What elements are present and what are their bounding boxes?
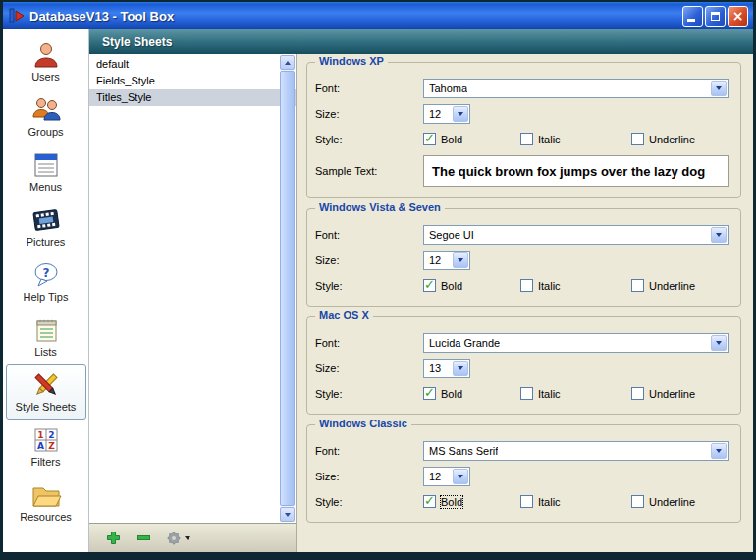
sidebar-item-lists[interactable]: Lists <box>6 309 86 364</box>
scroll-up-button[interactable] <box>280 55 295 70</box>
font-dropdown[interactable]: Segoe UI <box>423 225 729 245</box>
add-button[interactable] <box>102 528 124 549</box>
bold-checkbox[interactable]: Bold <box>423 495 520 508</box>
sidebar-item-groups[interactable]: Groups <box>6 89 86 144</box>
svg-text:2: 2 <box>48 430 54 440</box>
sidebar-item-label: Help Tips <box>24 291 69 303</box>
checkbox-label: Italic <box>538 280 561 292</box>
app-body: Users Groups Menus <box>3 29 753 552</box>
checkbox-box[interactable] <box>520 495 533 508</box>
dropdown-arrow-button[interactable] <box>453 361 468 376</box>
italic-checkbox[interactable]: Italic <box>520 387 631 400</box>
lists-icon <box>31 316 61 344</box>
list-item[interactable]: Titles_Style <box>89 89 296 106</box>
font-dropdown-value: Lucida Grande <box>429 337 500 349</box>
dropdown-arrow-button[interactable] <box>711 443 727 459</box>
chevron-down-icon <box>716 86 722 90</box>
checkbox-box[interactable] <box>631 133 644 145</box>
checkbox-box[interactable] <box>423 495 436 508</box>
size-dropdown-value: 12 <box>429 108 441 120</box>
minimize-icon <box>687 19 695 22</box>
sidebar-item-menus[interactable]: Menus <box>6 144 86 199</box>
scrollbar[interactable] <box>280 55 295 522</box>
app-icon <box>8 7 26 25</box>
checkbox-box[interactable] <box>520 387 533 400</box>
size-row: Size: 13 <box>315 357 730 379</box>
checkbox-box[interactable] <box>631 279 644 292</box>
scroll-thumb[interactable] <box>280 71 295 506</box>
font-dropdown[interactable]: MS Sans Serif <box>423 441 729 461</box>
remove-button[interactable] <box>133 528 154 549</box>
checkbox-box[interactable] <box>423 133 436 145</box>
dropdown-arrow-button[interactable] <box>453 106 468 122</box>
plus-icon <box>106 531 121 545</box>
size-dropdown[interactable]: 12 <box>423 104 470 124</box>
group-title: Windows XP <box>315 55 388 67</box>
minimize-button[interactable] <box>682 6 703 27</box>
group-title: Mac OS X <box>315 309 373 321</box>
checkbox-box[interactable] <box>520 279 533 292</box>
sidebar-item-pictures[interactable]: Pictures <box>6 199 86 254</box>
sidebar-item-label: Filters <box>31 456 61 468</box>
checkbox-box[interactable] <box>631 387 644 400</box>
list-item[interactable]: Fields_Style <box>89 73 296 89</box>
sidebar-item-users[interactable]: Users <box>6 34 86 89</box>
bold-checkbox[interactable]: Bold <box>423 133 520 145</box>
underline-checkbox[interactable]: Underline <box>631 279 695 292</box>
sample-text: The quick brown fox jumps over the lazy … <box>432 164 705 179</box>
size-dropdown[interactable]: 12 <box>423 251 470 270</box>
maximize-button[interactable] <box>705 6 726 27</box>
dropdown-arrow-button[interactable] <box>711 227 727 243</box>
sidebar-item-resources[interactable]: Resources <box>6 475 86 530</box>
dropdown-arrow-button[interactable] <box>453 252 468 268</box>
italic-checkbox[interactable]: Italic <box>520 133 631 145</box>
group-windows-vista-seven: Windows Vista & Seven Font: Segoe UI Siz… <box>306 208 741 307</box>
checkbox-box[interactable] <box>423 387 436 400</box>
font-dropdown[interactable]: Tahoma <box>423 79 729 98</box>
checkbox-box[interactable] <box>520 133 533 145</box>
checkbox-label: Italic <box>538 496 561 508</box>
checkbox-box[interactable] <box>423 279 436 292</box>
style-row: Style: Bold Italic Underli <box>315 382 730 405</box>
sidebar-item-filters[interactable]: 1 2 A Z Filters <box>6 420 86 475</box>
size-dropdown[interactable]: 12 <box>423 467 470 486</box>
users-icon <box>31 41 61 69</box>
font-dropdown-value: Tahoma <box>429 83 467 94</box>
checkbox-label: Underline <box>649 280 695 292</box>
group-windows-xp: Windows XP Font: Tahoma Size: 12 <box>306 62 741 198</box>
groups-icon <box>30 96 62 124</box>
dropdown-arrow-button[interactable] <box>711 81 727 96</box>
sidebar-item-help-tips[interactable]: ? Help Tips <box>6 254 86 309</box>
size-row: Size: 12 <box>315 249 730 271</box>
sidebar-item-style-sheets[interactable]: Style Sheets <box>6 364 86 420</box>
font-row: Font: MS Sans Serif <box>315 439 730 462</box>
font-label: Font: <box>315 83 423 94</box>
italic-checkbox[interactable]: Italic <box>520 495 631 508</box>
underline-checkbox[interactable]: Underline <box>631 387 695 400</box>
scroll-down-button[interactable] <box>280 507 295 522</box>
underline-checkbox[interactable]: Underline <box>631 133 695 145</box>
chevron-down-icon <box>185 536 190 540</box>
bold-checkbox[interactable]: Bold <box>423 279 520 292</box>
sidebar: Users Groups Menus <box>3 29 89 552</box>
checkbox-label: Italic <box>538 134 561 145</box>
checkbox-box[interactable] <box>631 495 644 508</box>
checkbox-label: Bold <box>441 496 462 508</box>
style-label: Style: <box>315 280 423 292</box>
close-button[interactable]: × <box>728 6 748 27</box>
dropdown-arrow-button[interactable] <box>711 335 727 351</box>
italic-checkbox[interactable]: Italic <box>520 279 631 292</box>
font-dropdown-value: Segoe UI <box>429 229 474 241</box>
title-bar[interactable]: DatabaseV13 - Tool Box × <box>3 2 753 29</box>
dropdown-arrow-button[interactable] <box>453 469 468 484</box>
underline-checkbox[interactable]: Underline <box>631 495 695 508</box>
list-item[interactable]: default <box>89 56 296 73</box>
bold-checkbox[interactable]: Bold <box>423 387 520 400</box>
font-dropdown[interactable]: Lucida Grande <box>423 333 729 353</box>
close-icon: × <box>732 9 744 23</box>
style-sheets-icon <box>31 371 61 399</box>
group-mac-os-x: Mac OS X Font: Lucida Grande Size: 13 <box>306 316 741 415</box>
settings-button[interactable] <box>163 528 193 549</box>
size-dropdown-value: 13 <box>429 363 441 374</box>
size-dropdown[interactable]: 13 <box>423 359 470 378</box>
